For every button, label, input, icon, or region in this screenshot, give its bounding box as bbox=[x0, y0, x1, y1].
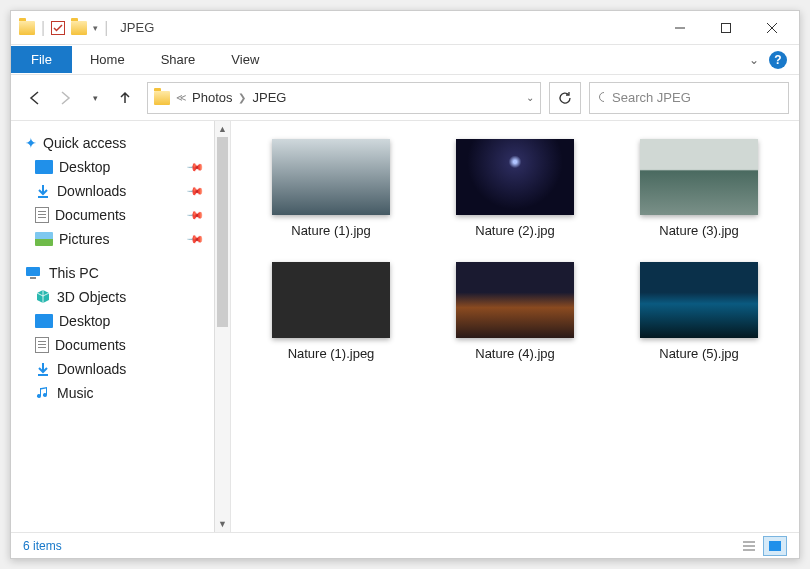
sidebar-item-pictures[interactable]: Pictures 📌 bbox=[11, 227, 212, 251]
separator: | bbox=[104, 19, 108, 37]
scroll-down-icon[interactable]: ▼ bbox=[215, 516, 230, 532]
quick-access-toolbar: | ▾ | JPEG bbox=[15, 19, 154, 37]
up-button[interactable] bbox=[115, 88, 135, 108]
back-button[interactable] bbox=[25, 88, 45, 108]
file-name: Nature (1).jpeg bbox=[288, 346, 375, 361]
sidebar-item-documents[interactable]: Documents 📌 bbox=[11, 203, 212, 227]
svg-rect-14 bbox=[769, 541, 781, 551]
file-item[interactable]: Nature (3).jpg bbox=[619, 139, 779, 238]
tab-home[interactable]: Home bbox=[72, 46, 143, 73]
qat-dropdown-icon[interactable]: ▾ bbox=[93, 23, 98, 33]
recent-dropdown-icon[interactable]: ▾ bbox=[85, 88, 105, 108]
file-item[interactable]: Nature (4).jpg bbox=[435, 262, 595, 361]
svg-point-5 bbox=[600, 92, 605, 101]
sidebar-item-label: Desktop bbox=[59, 159, 110, 175]
pin-icon: 📌 bbox=[185, 157, 204, 176]
chevron-left-icon[interactable]: ≪ bbox=[176, 92, 186, 103]
address-bar[interactable]: ≪ Photos ❯ JPEG ⌄ bbox=[147, 82, 541, 114]
sidebar-item-label: Downloads bbox=[57, 361, 126, 377]
pin-icon: 📌 bbox=[185, 229, 204, 248]
desktop-icon bbox=[35, 160, 53, 174]
svg-rect-8 bbox=[26, 267, 40, 276]
maximize-button[interactable] bbox=[703, 12, 749, 44]
sidebar-scrollbar[interactable]: ▲ ▼ bbox=[214, 121, 230, 532]
file-thumbnail bbox=[456, 262, 574, 338]
file-item[interactable]: Nature (5).jpg bbox=[619, 262, 779, 361]
sidebar-item-label: 3D Objects bbox=[57, 289, 126, 305]
tab-view[interactable]: View bbox=[213, 46, 277, 73]
folder-icon bbox=[154, 91, 170, 105]
navigation-pane: ✦ Quick access Desktop 📌 Downloads 📌 Doc… bbox=[11, 121, 231, 532]
file-thumbnail bbox=[640, 139, 758, 215]
folder-icon bbox=[19, 21, 35, 35]
sidebar-item-documents[interactable]: Documents bbox=[11, 333, 212, 357]
checklist-icon[interactable] bbox=[51, 21, 65, 35]
scrollbar-thumb[interactable] bbox=[217, 137, 228, 327]
file-thumbnail bbox=[272, 139, 390, 215]
sidebar-item-desktop[interactable]: Desktop bbox=[11, 309, 212, 333]
breadcrumb[interactable]: Photos bbox=[192, 90, 232, 105]
pin-icon: 📌 bbox=[185, 181, 204, 200]
window-controls bbox=[657, 12, 795, 44]
file-item[interactable]: Nature (2).jpg bbox=[435, 139, 595, 238]
help-icon[interactable]: ? bbox=[769, 51, 787, 69]
sidebar-quick-access[interactable]: ✦ Quick access bbox=[11, 131, 212, 155]
sidebar-this-pc[interactable]: This PC bbox=[11, 261, 212, 285]
tab-share[interactable]: Share bbox=[143, 46, 214, 73]
cube-icon bbox=[35, 289, 51, 305]
window-title: JPEG bbox=[120, 20, 154, 35]
file-thumbnail bbox=[272, 262, 390, 338]
separator: | bbox=[41, 19, 45, 37]
chevron-right-icon: ❯ bbox=[238, 92, 246, 103]
svg-rect-9 bbox=[30, 277, 36, 279]
download-icon bbox=[35, 361, 51, 377]
file-thumbnail bbox=[640, 262, 758, 338]
sidebar-item-label: Documents bbox=[55, 337, 126, 353]
forward-button[interactable] bbox=[55, 88, 75, 108]
pictures-icon bbox=[35, 232, 53, 246]
refresh-button[interactable] bbox=[549, 82, 581, 114]
download-icon bbox=[35, 183, 51, 199]
svg-rect-2 bbox=[722, 23, 731, 32]
sidebar-item-desktop[interactable]: Desktop 📌 bbox=[11, 155, 212, 179]
document-icon bbox=[35, 207, 49, 223]
status-bar: 6 items bbox=[11, 532, 799, 558]
file-menu[interactable]: File bbox=[11, 46, 72, 73]
file-name: Nature (3).jpg bbox=[659, 223, 738, 238]
search-box[interactable] bbox=[589, 82, 789, 114]
sidebar-item-label: This PC bbox=[49, 265, 99, 281]
sidebar-item-3d-objects[interactable]: 3D Objects bbox=[11, 285, 212, 309]
sidebar-item-label: Documents bbox=[55, 207, 126, 223]
address-dropdown-icon[interactable]: ⌄ bbox=[526, 92, 534, 103]
pc-icon bbox=[25, 265, 43, 281]
file-list: Nature (1).jpgNature (2).jpgNature (3).j… bbox=[231, 121, 799, 532]
search-input[interactable] bbox=[612, 90, 780, 105]
star-icon: ✦ bbox=[25, 135, 37, 151]
navigation-bar: ▾ ≪ Photos ❯ JPEG ⌄ bbox=[11, 75, 799, 121]
item-count: 6 items bbox=[23, 539, 62, 553]
file-item[interactable]: Nature (1).jpg bbox=[251, 139, 411, 238]
close-button[interactable] bbox=[749, 12, 795, 44]
file-item[interactable]: Nature (1).jpeg bbox=[251, 262, 411, 361]
music-icon bbox=[35, 385, 51, 401]
sidebar-item-label: Downloads bbox=[57, 183, 126, 199]
sidebar-item-downloads[interactable]: Downloads 📌 bbox=[11, 179, 212, 203]
sidebar-item-downloads[interactable]: Downloads bbox=[11, 357, 212, 381]
pin-icon: 📌 bbox=[185, 205, 204, 224]
sidebar-item-label: Quick access bbox=[43, 135, 126, 151]
folder-icon[interactable] bbox=[71, 21, 87, 35]
scroll-up-icon[interactable]: ▲ bbox=[215, 121, 230, 137]
file-name: Nature (4).jpg bbox=[475, 346, 554, 361]
document-icon bbox=[35, 337, 49, 353]
sidebar-item-music[interactable]: Music bbox=[11, 381, 212, 405]
thumbnails-view-button[interactable] bbox=[763, 536, 787, 556]
file-thumbnail bbox=[456, 139, 574, 215]
ribbon-expand-icon[interactable]: ⌄ bbox=[749, 53, 759, 67]
ribbon: File Home Share View ⌄ ? bbox=[11, 45, 799, 75]
titlebar: | ▾ | JPEG bbox=[11, 11, 799, 45]
minimize-button[interactable] bbox=[657, 12, 703, 44]
sidebar-item-label: Music bbox=[57, 385, 94, 401]
breadcrumb[interactable]: JPEG bbox=[252, 90, 286, 105]
details-view-button[interactable] bbox=[737, 536, 761, 556]
sidebar-item-label: Desktop bbox=[59, 313, 110, 329]
